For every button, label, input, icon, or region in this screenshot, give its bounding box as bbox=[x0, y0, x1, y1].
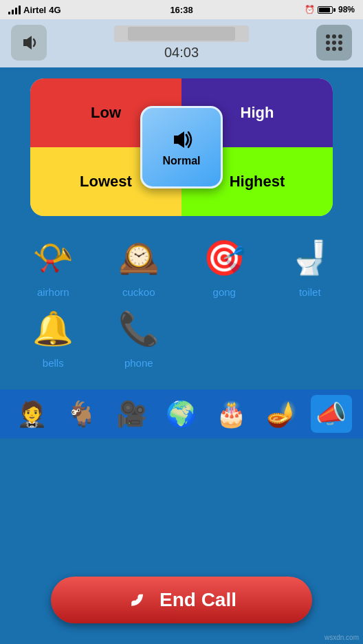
cuckoo-icon: 🕰️ bbox=[111, 234, 166, 282]
volume-low-label: Low bbox=[91, 104, 121, 122]
bells-icon: 🔔 bbox=[25, 305, 80, 353]
caller-name: ██████████ bbox=[114, 25, 248, 42]
status-bar: Airtel 4G 16:38 ⏰ 98% bbox=[0, 0, 363, 19]
call-header: ██████████ 04:03 bbox=[0, 19, 363, 67]
sound-gong[interactable]: 🎯 gong bbox=[185, 234, 264, 298]
call-info: ██████████ 04:03 bbox=[114, 25, 248, 61]
speaker-icon bbox=[19, 33, 38, 52]
category-globe[interactable]: 🌍 bbox=[161, 395, 202, 433]
svg-marker-0 bbox=[23, 36, 32, 50]
speaker-button[interactable] bbox=[11, 25, 47, 61]
status-right: ⏰ 98% bbox=[305, 5, 355, 14]
end-call-button[interactable]: End Call bbox=[51, 577, 312, 623]
category-bar: 🤵 🐐 🎥 🌍 🎂 🪔 📣 bbox=[0, 389, 363, 438]
sounds-section: 📯 airhorn 🕰️ cuckoo 🎯 gong 🚽 toilet 🔔 be… bbox=[0, 227, 363, 387]
battery-icon bbox=[318, 6, 336, 14]
gong-label: gong bbox=[213, 286, 236, 298]
phone-icon: 📞 bbox=[111, 305, 166, 353]
volume-high-label: High bbox=[241, 104, 274, 122]
carrier-label: Airtel bbox=[23, 5, 46, 15]
category-lamp[interactable]: 🪔 bbox=[261, 395, 302, 433]
signal-bars bbox=[8, 5, 21, 14]
gong-icon: 🎯 bbox=[197, 234, 252, 282]
cuckoo-label: cuckoo bbox=[122, 286, 155, 298]
sound-phone[interactable]: 📞 phone bbox=[100, 305, 179, 369]
sound-airhorn[interactable]: 📯 airhorn bbox=[14, 234, 93, 298]
category-butler[interactable]: 🤵 bbox=[11, 395, 52, 433]
status-left: Airtel 4G bbox=[8, 5, 61, 15]
volume-normal-icon bbox=[169, 127, 194, 152]
volume-lowest-label: Lowest bbox=[80, 173, 132, 191]
end-call-area: End Call bbox=[51, 577, 312, 623]
category-whistle[interactable]: 📣 bbox=[311, 395, 352, 433]
category-cake[interactable]: 🎂 bbox=[211, 395, 252, 433]
keypad-grid bbox=[326, 34, 342, 51]
volume-normal-button[interactable]: Normal bbox=[140, 106, 223, 189]
volume-section: Low High Lowest Highest Normal bbox=[0, 67, 363, 227]
phone-label: phone bbox=[124, 357, 153, 369]
airhorn-label: airhorn bbox=[37, 286, 69, 298]
status-time: 16:38 bbox=[170, 5, 192, 15]
toilet-label: toilet bbox=[299, 286, 321, 298]
hangup-icon bbox=[120, 583, 155, 617]
end-call-label: End Call bbox=[160, 589, 236, 611]
category-goat[interactable]: 🐐 bbox=[61, 395, 102, 433]
sounds-grid: 📯 airhorn 🕰️ cuckoo 🎯 gong 🚽 toilet 🔔 be… bbox=[14, 234, 349, 369]
category-camera[interactable]: 🎥 bbox=[111, 395, 152, 433]
battery-percent: 98% bbox=[338, 5, 355, 14]
volume-normal-label: Normal bbox=[162, 155, 200, 167]
watermark: wsxdn.com bbox=[324, 634, 359, 641]
airhorn-icon: 📯 bbox=[25, 234, 80, 282]
svg-marker-1 bbox=[174, 131, 184, 148]
toilet-icon: 🚽 bbox=[283, 234, 338, 282]
call-timer: 04:03 bbox=[114, 45, 248, 61]
volume-highest-label: Highest bbox=[230, 173, 285, 191]
volume-card: Low High Lowest Highest Normal bbox=[30, 78, 333, 216]
keypad-button[interactable] bbox=[316, 25, 352, 61]
bells-label: bells bbox=[43, 357, 64, 369]
alarm-icon: ⏰ bbox=[305, 5, 315, 14]
network-label: 4G bbox=[49, 5, 60, 15]
sound-bells[interactable]: 🔔 bells bbox=[14, 305, 93, 369]
sound-toilet[interactable]: 🚽 toilet bbox=[271, 234, 350, 298]
sound-cuckoo[interactable]: 🕰️ cuckoo bbox=[100, 234, 179, 298]
